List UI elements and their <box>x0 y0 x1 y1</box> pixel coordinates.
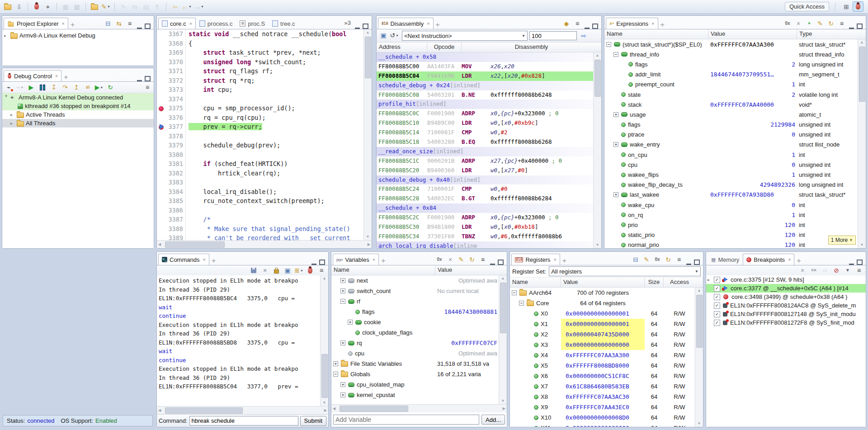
new-view-button[interactable]: + <box>434 21 442 29</box>
disassembly-listing[interactable]: __schedule + 0x58FF80088B5C00AA1403FAMOV… <box>377 52 593 248</box>
compare-icon[interactable]: ⇆ <box>130 2 140 11</box>
editor-vertical-scrollbar[interactable]: ▲▼ <box>363 29 372 240</box>
tab-process-c[interactable]: process.c <box>196 18 236 29</box>
close-icon[interactable]: × <box>788 257 791 262</box>
variable-row[interactable]: +kernel_cpustat <box>331 390 499 400</box>
step-over-icon[interactable]: ↷ <box>60 83 70 92</box>
maximize-icon[interactable] <box>145 24 151 29</box>
disassembly-row[interactable]: FF80088B5C0CF0001900ADRPx0,{pc}+0x323000… <box>377 109 593 118</box>
register-row[interactable]: X50xFFFFFF8008BD800064R/W <box>510 360 695 371</box>
column-name[interactable]: Name <box>510 278 561 287</box>
expression-row[interactable]: prio120int <box>604 220 858 230</box>
editor-line[interactable]: 3380 <box>157 150 363 160</box>
expander-icon[interactable]: + <box>340 340 345 345</box>
step-out-icon[interactable]: ↥ <box>71 83 81 92</box>
highlight-pen-icon[interactable]: ✎▼ <box>101 2 111 11</box>
refresh-icon[interactable]: ↻ <box>663 255 673 264</box>
remove-icon[interactable]: × <box>445 255 455 264</box>
new-view-button[interactable]: + <box>209 257 218 265</box>
close-icon[interactable]: × <box>203 257 205 262</box>
variable-row[interactable]: −rf <box>331 296 499 307</box>
expander-icon[interactable]: − <box>333 372 338 377</box>
breakpoint-checkbox[interactable]: ✓ <box>714 320 720 326</box>
collapse-all-icon[interactable]: ⊟ <box>631 255 641 264</box>
forward-icon[interactable]: →▼ <box>193 2 204 11</box>
column-value[interactable]: Value <box>561 278 645 287</box>
pin-icon[interactable]: ◆ <box>561 19 571 28</box>
clear-console-icon[interactable]: × <box>260 266 270 275</box>
register-row[interactable]: X70x61C8864680B583EB64R/W <box>510 381 695 392</box>
variable-row[interactable]: clock_update_flags <box>331 327 499 338</box>
refresh-icon[interactable]: ↻ <box>467 255 477 264</box>
expression-row[interactable]: normal_prio120int <box>604 240 858 248</box>
view-menu-icon[interactable]: ≡ <box>142 83 152 92</box>
commands-horizontal-scrollbar[interactable]: ◀▶ <box>157 406 328 414</box>
editor-line[interactable]: 3375 cpu = smp_processor_id(); <box>157 104 363 113</box>
expression-row[interactable]: preempt_count1int <box>604 80 858 90</box>
disassembly-label-row[interactable]: __schedule + 0x58 <box>377 52 593 62</box>
maximize-icon[interactable] <box>592 24 598 29</box>
view-menu-icon[interactable]: ≡ <box>572 19 582 28</box>
debug-perspective-icon[interactable] <box>853 1 863 12</box>
expander-icon[interactable]: + <box>340 382 345 387</box>
open-connection-icon[interactable] <box>3 2 13 11</box>
expression-row[interactable]: −thread_infostruct thread_info <box>604 49 858 59</box>
expression-row[interactable]: cpu0unsigned int <box>604 160 858 170</box>
editor-gutter-annotation[interactable] <box>157 104 165 113</box>
disassembly-row[interactable]: FF80088B5C0854003201B.NE0xffffff80088b62… <box>377 90 593 100</box>
variable-row[interactable]: +rq0xFFFFFFC07CF <box>331 338 499 348</box>
expander-icon[interactable]: − <box>519 301 524 306</box>
tab-debug-control[interactable]: Debug Control× <box>4 70 61 81</box>
edit-icon[interactable]: ✎ <box>815 19 825 28</box>
chevron-right-icon[interactable]: ▸ <box>708 277 712 282</box>
editor-gutter-annotation[interactable] <box>157 122 165 132</box>
expander-icon[interactable]: + <box>348 320 353 325</box>
chevron-right-icon[interactable]: ▸ <box>10 112 15 117</box>
chevron-down-icon[interactable]: ▸ <box>4 95 9 100</box>
expression-row[interactable]: +last_wakee0xFFFFFFC07A938D80struct task… <box>604 190 858 200</box>
variables-horizontal-scrollbar[interactable]: ◀▶ <box>331 404 507 412</box>
variable-row[interactable]: +cookie <box>331 317 499 327</box>
hex-format-icon[interactable]: 0x <box>652 255 662 264</box>
commands-vertical-scrollbar[interactable]: ▲▼ <box>320 275 328 406</box>
editor-line[interactable]: 3385 rcu_note_context_switch(preempt); <box>157 196 363 206</box>
editor-line[interactable]: 3387 /* <box>157 215 363 224</box>
register-row[interactable]: −Core64 of 64 registers <box>510 298 695 308</box>
editor-line[interactable]: 3373 int cpu; <box>157 85 363 95</box>
expression-row[interactable]: on_cpu1int <box>604 150 858 160</box>
thread-row[interactable]: kthreadd #36 stopped on breakpoint #14 <box>2 102 154 110</box>
column-value[interactable]: Value <box>708 29 797 39</box>
add-variable-button[interactable]: Add... <box>481 415 505 425</box>
variables-tree[interactable]: +nextOptimised awa+switch_countNo curren… <box>331 275 499 404</box>
disassembly-row[interactable]: FF80088B5C3437301F60TBNZw0,#6,0xffffff80… <box>377 232 593 241</box>
edit-icon[interactable]: ✎ <box>118 2 128 11</box>
disassembly-row[interactable]: FF80088B5C30B94B1800LDRw0,[x0,#0xb18] <box>377 222 593 232</box>
editor-line[interactable]: 3374 <box>157 95 363 104</box>
variable-row[interactable]: +nextOptimised awa <box>331 275 499 286</box>
view-menu-icon[interactable]: ≡ <box>854 266 864 275</box>
view-menu-icon[interactable]: ≡ <box>674 255 684 264</box>
expression-row[interactable]: +usageatomic_t <box>604 109 858 119</box>
expander-icon[interactable]: + <box>340 392 345 397</box>
breakpoint-row[interactable]: ✓core.c:3377 @ __schedule+0x5C (A64 ) [#… <box>706 284 866 293</box>
debug-icon[interactable] <box>305 266 315 275</box>
scripts-icon[interactable]: ≣▼ <box>294 266 304 275</box>
scroll-lock-icon[interactable] <box>271 266 281 275</box>
close-icon[interactable]: × <box>55 73 58 79</box>
variables-vertical-scrollbar[interactable]: ▲▼ <box>499 275 507 404</box>
add-icon[interactable]: + <box>804 19 814 28</box>
expression-row[interactable]: flags2129984unsigned int <box>604 120 858 130</box>
expression-row[interactable]: ptrace0unsigned int <box>604 130 858 140</box>
expression-row[interactable]: on_rq1int <box>604 210 858 220</box>
command-input[interactable] <box>189 416 298 425</box>
register-row[interactable]: −AArch64700 of 700 registers <box>510 288 695 298</box>
editor-line[interactable]: 3368{ <box>157 39 363 48</box>
collapse-all-icon[interactable]: ⊟ <box>103 19 113 28</box>
expression-row[interactable]: wakee_flip_decay_ts4294892326long unsign… <box>604 180 858 190</box>
disassembly-label-row[interactable]: __read_once_size [inlined] <box>377 147 593 156</box>
column-value[interactable]: Value <box>435 265 507 275</box>
expander-icon[interactable]: − <box>340 299 345 304</box>
skip-all-breakpoints-icon[interactable]: ⊘ <box>831 266 841 275</box>
breakpoint-checkbox[interactable]: ✓ <box>714 302 720 309</box>
back-icon[interactable]: ←▼ <box>181 2 192 11</box>
